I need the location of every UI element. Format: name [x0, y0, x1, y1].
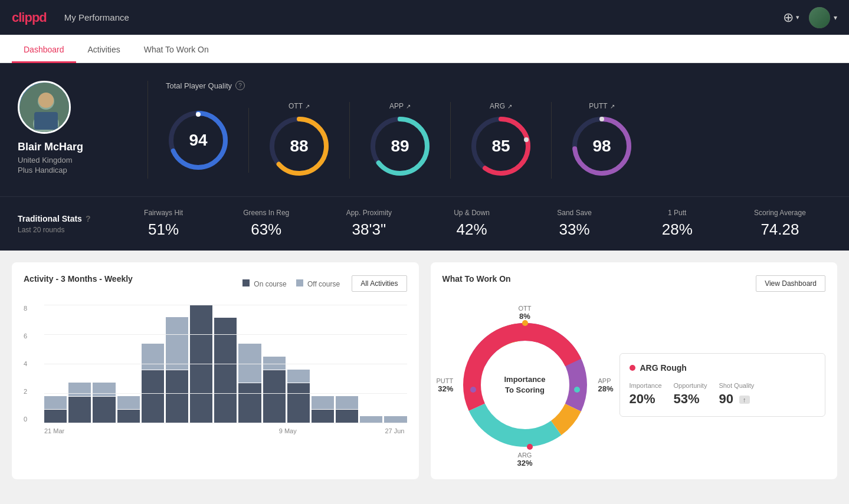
x-axis-labels: 21 Mar 9 May 27 Jun [44, 427, 407, 434]
info-card: ARG Rough Importance 20% Opportunity 53%… [619, 353, 826, 417]
svg-point-15 [524, 137, 529, 142]
activity-header: Activity - 3 Months - Weekly On course O… [24, 274, 407, 293]
stat-oneputt: 1 Putt 28% [626, 209, 729, 239]
stats-subtitle: Last 20 rounds [18, 226, 112, 234]
arg-metric: ARG ↗ 85 [451, 102, 552, 179]
stat-greens: Greens In Reg 63% [215, 209, 317, 239]
stats-help-icon[interactable]: ? [86, 214, 91, 223]
svg-point-7 [196, 112, 201, 117]
ott-arrow-icon: ↗ [305, 103, 310, 110]
player-name: Blair McHarg [18, 141, 83, 153]
all-activities-button[interactable]: All Activities [352, 275, 407, 292]
ott-metric: OTT ↗ 88 [249, 102, 350, 179]
app-label: APP ↗ [389, 102, 411, 110]
stat-fairways: Fairways Hit 51% [112, 209, 215, 239]
arg-donut-label: ARG 32% [517, 452, 532, 467]
svg-point-24 [522, 320, 528, 326]
tabs-bar: Dashboard Activities What To Work On [0, 35, 849, 63]
stat-updown: Up & Down 42% [420, 209, 523, 239]
activity-title: Activity - 3 Months - Weekly [24, 274, 133, 284]
stats-section: Traditional Stats ? Last 20 rounds Fairw… [0, 196, 849, 251]
putt-metric: PUTT ↗ 98 [552, 102, 652, 179]
arg-label: ARG ↗ [490, 102, 512, 110]
avatar[interactable] [809, 7, 830, 28]
stat-scoring: Scoring Average 74.28 [729, 209, 831, 239]
main-score-metric: 94 [166, 108, 249, 173]
player-country: United Kingdom [18, 156, 73, 164]
putt-donut-label: PUTT 32% [437, 377, 454, 393]
quality-help-icon[interactable]: ? [235, 81, 245, 90]
shot-quality-badge: ↑ [739, 396, 750, 404]
opportunity-metric: Opportunity 53% [674, 382, 707, 407]
info-metrics: Importance 20% Opportunity 53% Shot Qual… [630, 382, 816, 407]
ott-label: OTT ↗ [289, 102, 310, 110]
info-dot [630, 365, 635, 371]
tab-dashboard[interactable]: Dashboard [12, 38, 76, 63]
activity-controls: On course Off course All Activities [242, 275, 407, 292]
svg-point-26 [527, 444, 533, 450]
chart-area [44, 305, 407, 423]
stats-title: Traditional Stats ? [18, 214, 112, 223]
app-donut-label: APP 28% [598, 377, 613, 393]
putt-value: 98 [592, 137, 611, 156]
donut-center: ImportanceTo Scoring [504, 374, 545, 396]
hero-section: Blair McHarg United Kingdom Plus Handica… [0, 63, 849, 196]
ott-donut-label: OTT 8% [519, 305, 532, 321]
arg-gauge: 85 [468, 114, 533, 179]
y-axis-labels: 8 6 4 2 0 [24, 305, 27, 423]
importance-metric: Importance 20% [630, 382, 662, 407]
avatar-image [809, 7, 830, 28]
player-handicap: Plus Handicap [18, 166, 67, 174]
wtwo-content: ImportanceTo Scoring OTT 8% APP 28% ARG … [442, 302, 826, 467]
player-avatar [18, 81, 71, 134]
user-menu[interactable]: ▾ [809, 7, 837, 28]
grid-lines [44, 305, 407, 423]
svg-rect-4 [34, 112, 58, 130]
user-dropdown-icon: ▾ [834, 14, 837, 22]
header-left: clippd My Performance [12, 10, 129, 25]
info-card-title: ARG Rough [630, 363, 816, 373]
on-course-dot [242, 279, 250, 286]
putt-arrow-icon: ↗ [610, 103, 615, 110]
off-course-legend: Off course [296, 279, 340, 288]
donut-chart: ImportanceTo Scoring OTT 8% APP 28% ARG … [442, 302, 608, 467]
svg-point-25 [574, 387, 580, 393]
activity-legend: On course Off course [242, 279, 340, 288]
tab-activities[interactable]: Activities [76, 38, 132, 63]
header: clippd My Performance ⊕ ▾ ▾ [0, 0, 849, 35]
off-course-dot [296, 279, 303, 286]
player-avatar-image [19, 83, 71, 134]
activity-card: Activity - 3 Months - Weekly On course O… [12, 262, 419, 479]
player-info: Blair McHarg United Kingdom Plus Handica… [18, 81, 136, 174]
ott-value: 88 [290, 137, 308, 156]
on-course-legend: On course [242, 279, 287, 288]
stat-sandsave: Sand Save 33% [523, 209, 626, 239]
header-right: ⊕ ▾ ▾ [783, 7, 837, 28]
main-score-value: 94 [189, 131, 207, 150]
app-gauge: 89 [368, 114, 432, 179]
metrics-row: 94 OTT ↗ 88 [166, 102, 831, 179]
app-metric: APP ↗ 89 [350, 102, 451, 179]
putt-label: PUTT ↗ [589, 102, 614, 110]
svg-point-27 [470, 387, 476, 393]
add-button[interactable]: ⊕ ▾ [783, 10, 799, 25]
svg-point-12 [398, 117, 402, 121]
view-dashboard-button[interactable]: View Dashboard [756, 275, 825, 292]
app-value: 89 [391, 137, 409, 156]
header-title: My Performance [64, 12, 129, 22]
quality-section: Total Player Quality ? 94 [147, 81, 831, 179]
chart-wrapper: 8 6 4 2 0 21 Mar [24, 305, 407, 434]
main-gauge: 94 [166, 108, 231, 173]
stats-label: Traditional Stats ? Last 20 rounds [18, 214, 112, 234]
arg-value: 85 [491, 137, 510, 156]
ott-gauge: 88 [267, 114, 332, 179]
svg-point-18 [599, 117, 604, 121]
wtwo-header: What To Work On View Dashboard [442, 274, 826, 293]
stat-proximity: App. Proximity 38'3" [317, 209, 420, 239]
tab-what-to-work-on[interactable]: What To Work On [132, 38, 221, 63]
what-to-work-on-card: What To Work On View Dashboard [431, 262, 838, 479]
arg-arrow-icon: ↗ [507, 103, 512, 110]
plus-circle-icon: ⊕ [783, 10, 794, 25]
app-arrow-icon: ↗ [406, 103, 411, 110]
add-dropdown-icon: ▾ [796, 14, 799, 21]
